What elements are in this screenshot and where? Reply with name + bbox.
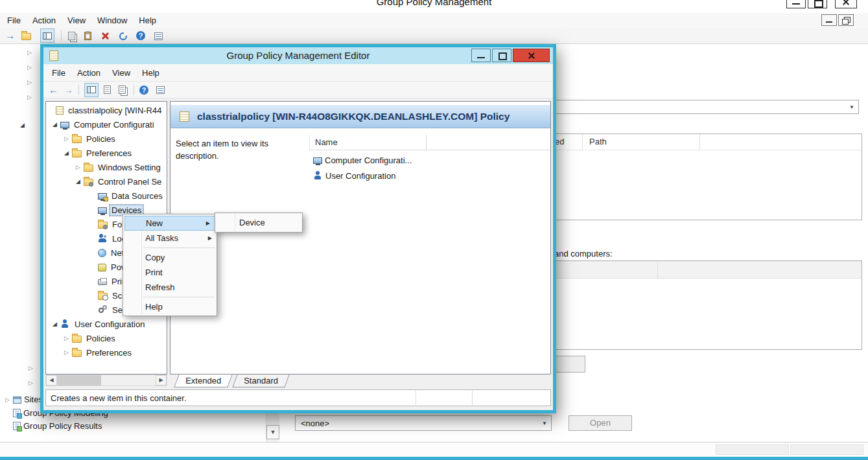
expanded-expander-icon[interactable]: ◢ (20, 122, 25, 128)
column-divider[interactable] (657, 261, 658, 278)
view-description: Select an item to view its description. (176, 138, 294, 163)
tree-item-user-policies[interactable]: ▷ Policies (46, 331, 167, 345)
links-column-enforced[interactable]: ed (555, 137, 564, 146)
collapsed-expander-icon[interactable]: ▷ (27, 49, 32, 56)
forward-icon[interactable]: → (64, 85, 73, 95)
gpme-titlebar[interactable]: Group Policy Management Editor (43, 47, 553, 64)
mdi-restore-button[interactable] (838, 14, 854, 26)
gpm-minimize-button[interactable] (786, 0, 806, 8)
gpme-menu-help[interactable]: Help (136, 66, 165, 80)
scroll-right-icon[interactable]: ▶ (156, 375, 167, 385)
gpme-maximize-button[interactable] (492, 49, 511, 62)
collapsed-expander-icon[interactable]: ▷ (29, 365, 33, 371)
collapsed-expander-icon[interactable]: ▷ (76, 164, 84, 170)
user-icon (60, 319, 70, 328)
tab-standard[interactable]: Standard (232, 374, 289, 387)
view-header-title: classtrialpolicy [WIN-R44O8GIKKQK.DEANLA… (197, 111, 510, 122)
gpm-menu-action[interactable]: Action (27, 14, 62, 27)
control-panel-folder-icon (84, 179, 93, 186)
collapsed-expander-icon[interactable]: ▷ (27, 64, 32, 71)
wmi-filter-dropdown[interactable]: <none> ▼ (295, 415, 552, 431)
expanded-expander-icon[interactable]: ◢ (64, 150, 72, 156)
name-column-header[interactable]: Name (315, 137, 338, 147)
help-icon[interactable] (139, 86, 148, 95)
tree-item-root-policy[interactable]: classtrialpolicy [WIN-R44 (46, 103, 167, 117)
gpme-menu-view[interactable]: View (106, 66, 136, 80)
expanded-expander-icon[interactable]: ◢ (53, 321, 60, 327)
properties-icon[interactable] (119, 86, 126, 94)
nav-item-sites[interactable]: ▷ Sites (5, 393, 43, 406)
forward-icon[interactable]: → (5, 30, 15, 41)
column-divider[interactable] (426, 135, 427, 150)
wmi-filter-value: <none> (301, 419, 329, 428)
mdi-minimize-button[interactable] (821, 14, 837, 26)
paste-icon[interactable] (84, 32, 91, 40)
export-list-icon[interactable] (154, 32, 163, 40)
gpm-close-button[interactable] (835, 0, 857, 8)
printers-icon (98, 279, 107, 285)
tree-item-windows-settings[interactable]: ▷ Windows Setting (46, 160, 167, 174)
gpme-status-bar: Creates a new item in this container. (45, 389, 551, 406)
collapsed-expander-icon[interactable]: ▷ (27, 79, 32, 86)
gpm-menu-help[interactable]: Help (133, 14, 162, 27)
chevron-down-icon[interactable]: ▼ (846, 101, 858, 113)
gpme-close-button[interactable] (513, 49, 550, 62)
console-tree-icon[interactable] (40, 29, 54, 43)
tab-extended[interactable]: Extended (174, 374, 232, 387)
list-item-user-configuration[interactable]: User Configuration (313, 169, 395, 182)
gpme-menu-action[interactable]: Action (71, 66, 106, 80)
up-folder-icon[interactable] (21, 33, 31, 40)
refresh-icon[interactable] (119, 32, 127, 40)
expanded-expander-icon[interactable]: ◢ (53, 121, 60, 128)
menu-separator (143, 297, 215, 297)
list-item-computer-configuration[interactable]: Computer Configurati... (313, 154, 412, 167)
back-icon[interactable]: ← (49, 85, 58, 95)
scroll-down-icon[interactable]: ▼ (266, 425, 279, 439)
collapsed-expander-icon[interactable]: ▷ (27, 94, 32, 100)
help-icon[interactable] (136, 31, 145, 40)
context-menu-item-all-tasks[interactable]: All Tasks ▶ (123, 231, 217, 246)
gpm-menu-view[interactable]: View (62, 14, 91, 27)
gpm-menu-window[interactable]: Window (91, 14, 133, 27)
context-menu-item-print[interactable]: Print (123, 265, 217, 280)
collapsed-expander-icon[interactable]: ▷ (64, 135, 72, 142)
view-list-header[interactable]: Name (309, 135, 550, 150)
gpme-minimize-button[interactable] (471, 49, 491, 62)
console-tree-icon[interactable] (84, 83, 99, 97)
tree-item-data-sources[interactable]: Data Sources (46, 189, 167, 203)
collapsed-expander-icon[interactable]: ▷ (64, 335, 72, 341)
tree-item-policies[interactable]: ▷ Policies (46, 132, 167, 146)
tree-item-preferences[interactable]: ◢ Preferences (46, 146, 167, 160)
context-menu-item-new[interactable]: New ▶ (124, 216, 215, 231)
scroll-left-icon[interactable]: ◀ (46, 375, 57, 385)
wmi-open-button[interactable]: Open (569, 415, 632, 431)
folder-options-icon (98, 222, 108, 229)
context-menu-item-copy[interactable]: Copy (123, 250, 217, 265)
gpme-menu-file[interactable]: File (46, 66, 71, 80)
collapsed-expander-icon[interactable]: ▷ (29, 380, 33, 386)
scrollbar-thumb[interactable] (57, 375, 101, 385)
delete-icon[interactable] (100, 31, 110, 40)
submenu-item-device[interactable]: Device (215, 215, 302, 230)
tree-horizontal-scrollbar[interactable]: ◀ ▶ (45, 374, 167, 386)
export-list-icon[interactable] (104, 86, 111, 94)
expanded-expander-icon[interactable]: ◢ (76, 178, 84, 185)
links-column-path[interactable]: Path (589, 137, 607, 146)
context-menu-item-refresh[interactable]: Refresh (123, 280, 217, 295)
tree-item-label: Policies (84, 333, 117, 344)
tree-item-computer-configuration[interactable]: ◢ Computer Configurati (46, 117, 167, 132)
tree-item-user-configuration[interactable]: ◢ User Configuration (46, 317, 167, 331)
column-divider[interactable] (582, 134, 583, 150)
collapsed-expander-icon[interactable]: ▷ (64, 349, 72, 356)
column-divider[interactable] (699, 134, 700, 150)
tree-item-control-panel-settings[interactable]: ◢ Control Panel Se (46, 174, 167, 189)
nav-item-group-policy-results[interactable]: Group Policy Results (13, 420, 102, 432)
context-menu-item-help[interactable]: Help (123, 299, 217, 314)
gpm-maximize-button[interactable] (808, 0, 827, 8)
gpm-menu-file[interactable]: File (1, 14, 27, 27)
chevron-down-icon[interactable]: ▼ (539, 417, 550, 430)
tree-item-user-preferences[interactable]: ▷ Preferences (46, 345, 167, 360)
collapsed-expander-icon[interactable]: ▷ (5, 397, 13, 403)
copy-icon[interactable] (68, 32, 75, 40)
list-view-icon[interactable] (156, 86, 165, 94)
